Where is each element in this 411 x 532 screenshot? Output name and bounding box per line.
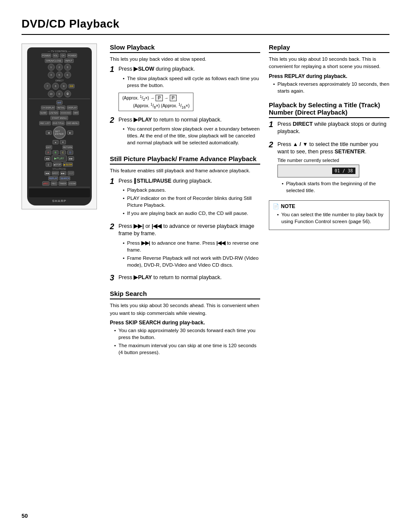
replay-bullet-1: Playback reverses approximately 10 secon… — [273, 81, 389, 94]
remote-slow-btn[interactable]: ▶SLOW — [63, 162, 73, 167]
note-icon: 📄 — [273, 203, 279, 209]
direct-step-2-content: Press ▲ / ▼ to select the title number y… — [277, 141, 389, 196]
still-step-3-content: Press ▶PLAY to return to normal playback… — [118, 274, 260, 283]
remote-6-btn[interactable]: 6 — [64, 72, 71, 78]
remote-7-btn[interactable]: 7 — [44, 83, 51, 90]
remote-replay-btn[interactable]: REPLAY — [48, 176, 58, 180]
remote-row-colors: A B C D — [29, 150, 90, 155]
remote-c-btn[interactable]: C — [60, 150, 66, 155]
remote-8-btn[interactable]: 8 — [52, 83, 59, 90]
remote-ch-display-btn[interactable]: CH DISPLAY — [41, 106, 55, 110]
direct-playback-heading: Playback by Selecting a Title (Track) Nu… — [269, 101, 389, 118]
skip-search-bullet-1: You can skip approximately 30 seconds fo… — [114, 327, 260, 341]
slow-step-2-num: 2 — [110, 116, 116, 125]
remote-rev-btn[interactable]: ◀◀ — [44, 156, 50, 161]
remote-skip-fwd-btn[interactable]: ▶▶| — [60, 171, 66, 175]
remote-dash-btn[interactable]: ⦿ — [64, 90, 71, 97]
page-number: 50 — [22, 513, 28, 519]
remote-display-btn[interactable]: DISPLAY — [67, 106, 78, 110]
remote-vrd-btn[interactable]: vrd — [56, 100, 62, 105]
remote-vol-btn[interactable]: VOL — [53, 53, 59, 58]
direct-step-1-num: 1 — [269, 121, 275, 129]
remote-exit-btn[interactable]: EXIT — [46, 145, 52, 149]
remote-ok-btn[interactable]: SETENTER — [53, 126, 66, 139]
still-step-2: 2 Press ▶▶| or |◀◀ to advance or reverse… — [110, 223, 260, 271]
remote-3-btn[interactable]: 3 — [64, 64, 71, 71]
remote-play-btn[interactable]: ▶PLAY — [52, 156, 67, 162]
remote-row-exit: EXIT RETURN — [29, 145, 90, 149]
remote-initial-btn[interactable]: INITIAL — [56, 106, 65, 110]
remote-dvd-menu-btn[interactable]: DVD MENU — [66, 121, 79, 125]
skip-search-section: Skip Search This lets you skip about 30 … — [110, 290, 260, 356]
remote-10-btn[interactable]: 10 — [48, 90, 55, 97]
middle-column: Slow Playback This lets you play back vi… — [110, 44, 260, 358]
remote-easy-btn[interactable]: EASY — [52, 171, 59, 175]
page-title: DVD/CD Playback — [22, 17, 389, 31]
remote-down-btn[interactable]: ▼ — [60, 140, 66, 144]
still-step-1-bullets: Playback pauses. PLAY indicator on the f… — [118, 187, 260, 217]
still-step-1-num: 1 — [110, 177, 116, 186]
remote-search-btn[interactable]: SEARCH — [59, 176, 70, 180]
remote-zoom-btn[interactable]: ZOOM — [68, 181, 76, 186]
still-picture-heading: Still Picture Playback/ Frame Advance Pl… — [110, 155, 260, 165]
remote-left-btn[interactable]: ◀ — [46, 131, 52, 135]
remote-lfeten-btn[interactable]: LFETEN — [49, 111, 59, 115]
remote-stop-btn[interactable]: ■STOP — [53, 162, 62, 167]
remote-tv-control-label: — TV CONTROL — — [29, 50, 90, 53]
remote-bottom-panel — [29, 189, 90, 197]
remote-xxxx-btn[interactable]: NHF — [73, 111, 79, 115]
remote-5-btn[interactable]: 5 — [56, 72, 63, 78]
remote-right-btn[interactable]: ▶ — [67, 131, 73, 135]
remote-a-btn[interactable]: A — [45, 150, 51, 155]
remote-row-display: CH DISPLAY INITIAL DISPLAY — [29, 106, 90, 110]
remote-row-nums1: 1 2 3 — [29, 64, 90, 71]
remote-control: — TV CONTROL — POWER VOL CH POWER OPEN/C… — [27, 47, 92, 205]
remote-2-btn[interactable]: 2 — [56, 64, 63, 71]
remote-ch-btn[interactable]: CH — [60, 53, 66, 58]
slow-step-1-bullets: The slow playback speed will cycle as fo… — [118, 75, 260, 89]
remote-power-btn[interactable]: POWER — [41, 53, 51, 58]
remote-ch-power-btn[interactable]: POWER — [67, 53, 77, 58]
note-box: 📄 NOTE You can select the title number t… — [269, 200, 389, 230]
remote-xxxxxxx-btn[interactable]: XXXXXXX — [60, 111, 72, 115]
remote-1-btn[interactable]: 1 — [48, 64, 55, 71]
note-heading: 📄 NOTE — [273, 203, 386, 209]
remote-input-btn[interactable]: INPUT — [64, 59, 74, 63]
remote-brand: SHARP — [29, 199, 90, 203]
still-step-1-bullet-3: If you are playing back an audio CD, the… — [123, 210, 260, 217]
remote-open-close-btn[interactable]: OPEN/CLOSE — [45, 59, 63, 63]
direct-step-2-bullet-1: Playback starts from the beginning of th… — [282, 180, 389, 194]
remote-row-labels: STILL/PAUSE — [29, 168, 90, 170]
remote-rec-btn[interactable]: ●REC — [42, 181, 50, 186]
remote-surr-btn[interactable]: SURR — [40, 111, 47, 115]
remote-fwd-btn[interactable]: ▶▶ — [68, 156, 74, 161]
still-step-2-bullets: Press ▶▶| to advance one frame. Press |◀… — [118, 240, 260, 268]
remote-return-btn[interactable]: RETURN — [62, 145, 73, 149]
title-display-label: Title number currently selected — [277, 158, 389, 163]
remote-rec-list-btn[interactable]: REC LIST — [39, 121, 51, 125]
remote-9-btn[interactable]: 9 — [60, 83, 67, 90]
replay-press-label: Press REPLAY during playback. — [269, 73, 389, 79]
remote-skip-back-btn[interactable]: |◀◀ — [44, 171, 50, 175]
page-title-section: DVD/CD Playback — [22, 17, 389, 35]
remote-row-skip-replay: |◀◀ EASY ▶▶| SKIP — [29, 171, 90, 175]
remote-rec2-btn[interactable]: REC — [51, 181, 57, 186]
direct-step-1: 1 Press DIRECT while playback stops or d… — [269, 121, 389, 137]
still-step-2-bullet-2: Frame Reverse Playback will not work wit… — [123, 255, 260, 268]
skip-search-desc: This lets you skip about 30 seconds ahea… — [110, 302, 260, 317]
remote-still-pause-btn[interactable]: ‖ — [46, 162, 52, 167]
remote-direct-btn[interactable]: DIR — [68, 84, 75, 88]
still-step-1-bullet-2: PLAY indicator on the front of Recorder … — [123, 195, 260, 208]
slow-playback-heading: Slow Playback — [110, 44, 260, 53]
remote-b-btn[interactable]: B — [53, 150, 59, 155]
remote-0-btn[interactable]: 0 — [56, 90, 63, 97]
remote-row-open: OPEN/CLOSE INPUT — [29, 59, 90, 63]
remote-dvd-title-btn[interactable]: DVD TITLE — [52, 121, 65, 125]
skip-search-press-label: Press SKIP SEARCH during play-back. — [110, 320, 260, 326]
remote-row-rev-play-fwd: ◀◀ ▶PLAY ▶▶ — [29, 156, 90, 162]
remote-d-btn[interactable]: D — [67, 150, 73, 155]
remote-4-btn[interactable]: 4 — [48, 72, 55, 78]
remote-start-menu-btn[interactable]: START MENU — [50, 116, 68, 120]
remote-timer-btn[interactable]: TIMER — [59, 181, 67, 186]
remote-up-btn[interactable]: ▲ — [53, 140, 59, 144]
